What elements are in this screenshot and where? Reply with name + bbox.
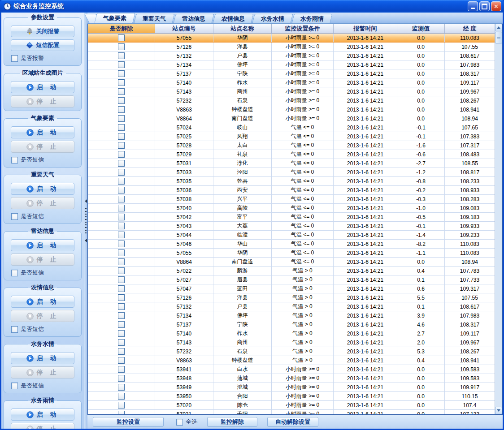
table-row[interactable]: V8863钟楼盘道气温 > 02013-1-6 14:210.4108.9413… <box>88 356 495 365</box>
release-checkbox[interactable] <box>118 375 125 382</box>
stop-button[interactable]: 停 止 <box>11 197 74 209</box>
table-row[interactable]: 57022麟游气温 > 02013-1-6 14:210.4107.78334.… <box>88 267 495 275</box>
release-checkbox[interactable] <box>118 43 125 50</box>
table-row[interactable]: 57025凤翔气温 <= 02013-1-6 14:21-0.1107.3833… <box>88 132 495 141</box>
release-checkbox[interactable] <box>118 339 125 346</box>
start-button[interactable]: 启 动 <box>11 239 74 251</box>
table-row[interactable]: 57038兴平气温 <= 02013-1-6 14:21-0.3108.2833… <box>88 195 495 204</box>
release-checkbox[interactable] <box>118 196 125 202</box>
start-button[interactable]: 启 动 <box>11 352 74 364</box>
release-checkbox[interactable] <box>118 249 125 256</box>
release-checkbox[interactable] <box>118 160 125 167</box>
tab-6[interactable]: 水务雨情 <box>291 14 332 23</box>
stop-button[interactable]: 停 止 <box>11 95 74 108</box>
table-row[interactable]: 57024岐山气温 <= 02013-1-6 14:21-0.1107.6534… <box>88 123 495 132</box>
release-checkbox[interactable] <box>118 384 125 391</box>
release-checkbox[interactable] <box>118 348 125 355</box>
table-row[interactable]: 57029礼泉气温 <= 02013-1-6 14:21-0.6108.4833… <box>88 150 495 159</box>
release-checkbox[interactable] <box>118 232 125 238</box>
release-checkbox[interactable] <box>118 133 125 140</box>
start-button[interactable]: 启 动 <box>11 126 74 138</box>
release-checkbox[interactable] <box>118 366 125 373</box>
table-row[interactable]: 57055华阴气温 <= 02013-1-6 14:21-1.1110.0833… <box>88 249 495 258</box>
tab-1[interactable]: 气象要素 <box>94 13 135 23</box>
tab-3[interactable]: 雷达信息 <box>173 14 214 23</box>
scrollbar-track[interactable] <box>495 43 502 407</box>
column-header-2[interactable]: 站点编号 <box>155 24 213 33</box>
scroll-down-button[interactable] <box>495 407 502 414</box>
table-row[interactable]: 57126洋县气温 > 02013-1-6 14:215.5107.5533.2… <box>88 293 495 302</box>
release-checkbox[interactable] <box>118 61 125 68</box>
table-row[interactable]: 57028太白气温 <= 02013-1-6 14:21-1.6107.3173… <box>88 141 495 150</box>
table-row[interactable]: 57232石泉气温 > 02013-1-6 14:215.3108.26733.… <box>88 347 495 356</box>
release-checkbox[interactable] <box>118 321 125 328</box>
column-header-1[interactable]: 是否解除 <box>88 24 155 33</box>
table-row[interactable]: V8863钟楼盘道小时雨量 >= 02013-1-6 14:210.0108.9… <box>88 105 495 114</box>
close-button[interactable]: ✕ <box>491 1 501 11</box>
column-header-4[interactable]: 监控设置条件 <box>272 24 334 33</box>
table-row[interactable]: 57232石泉小时雨量 >= 02013-1-6 14:210.0108.267… <box>88 96 495 105</box>
release-checkbox[interactable] <box>118 285 125 292</box>
sms-enable-checkbox[interactable] <box>11 383 18 389</box>
release-checkbox[interactable] <box>118 187 125 194</box>
release-checkbox[interactable] <box>118 151 125 158</box>
release-checkbox[interactable] <box>118 223 125 229</box>
release-checkbox[interactable] <box>118 169 125 176</box>
table-row[interactable]: 57042富平气温 <= 02013-1-6 14:21-0.5109.1833… <box>88 213 495 222</box>
sms-config-button[interactable]: 短信配置 <box>11 39 74 51</box>
table-row[interactable]: 57143商州小时雨量 >= 02013-1-6 14:210.0109.967… <box>88 87 495 96</box>
start-button[interactable]: 启 动 <box>11 296 74 308</box>
table-row[interactable]: 57134佛坪气温 > 02013-1-6 14:213.9107.98333.… <box>88 311 495 320</box>
release-checkbox[interactable] <box>118 294 125 301</box>
release-checkbox[interactable] <box>118 214 125 220</box>
table-row[interactable]: 57134佛坪小时雨量 >= 02013-1-6 14:210.0107.983… <box>88 60 495 69</box>
sms-enable-checkbox[interactable] <box>11 326 18 333</box>
stop-button[interactable]: 停 止 <box>11 310 74 322</box>
table-row[interactable]: V8864南门盘道气温 <= 02013-1-6 14:210.0108.943… <box>88 258 495 267</box>
select-all-checkbox[interactable] <box>176 419 183 426</box>
table-row[interactable]: 57035乾县气温 <= 02013-1-6 14:21-0.8108.2333… <box>88 177 495 186</box>
table-row[interactable]: 57137宁陕气温 > 02013-1-6 14:214.6108.31733.… <box>88 320 495 329</box>
minimize-button[interactable] <box>468 1 478 11</box>
table-row[interactable]: 57055华阴小时雨量 >= 02013-1-6 14:210.0110.083… <box>88 34 495 43</box>
start-button[interactable]: 启 动 <box>11 183 74 195</box>
close-alarm-button[interactable]: 关闭报警 <box>11 26 74 37</box>
release-checkbox[interactable] <box>118 267 125 274</box>
release-checkbox[interactable] <box>118 205 125 211</box>
release-checkbox[interactable] <box>118 303 125 310</box>
release-checkbox[interactable] <box>118 258 125 265</box>
release-checkbox[interactable] <box>118 115 125 122</box>
release-checkbox[interactable] <box>118 106 125 113</box>
tab-5[interactable]: 水务水情 <box>252 14 293 23</box>
alarm-enable-checkbox[interactable] <box>11 55 18 62</box>
table-row[interactable]: 57036西安气温 <= 02013-1-6 14:21-0.2108.9333… <box>88 186 495 195</box>
sms-enable-checkbox[interactable] <box>11 270 18 276</box>
column-header-3[interactable]: 站点名称 <box>213 24 272 33</box>
table-row[interactable]: 57132户县气温 > 02013-1-6 14:210.1108.61734.… <box>88 302 495 311</box>
table-row[interactable]: 57044临潼气温 <= 02013-1-6 14:21-1.4109.2333… <box>88 231 495 240</box>
monitor-set-button[interactable]: 监控设置 <box>93 417 164 427</box>
table-row[interactable]: 57132户县小时雨量 >= 02013-1-6 14:210.0108.617… <box>88 52 495 60</box>
table-row[interactable]: 57043大荔气温 <= 02013-1-6 14:21-0.1109.9333… <box>88 222 495 231</box>
table-row[interactable]: 57143商州气温 > 02013-1-6 14:212.0109.96733.… <box>88 338 495 347</box>
release-checkbox[interactable] <box>118 88 125 95</box>
tab-2[interactable]: 重要天气 <box>134 14 174 23</box>
table-row[interactable]: 57040高陵气温 <= 02013-1-6 14:21-1.0109.0833… <box>88 204 495 213</box>
release-checkbox[interactable] <box>118 402 125 408</box>
sms-enable-checkbox[interactable] <box>11 157 18 163</box>
table-row[interactable]: 57033泾阳气温 <= 02013-1-6 14:21-1.2108.8173… <box>88 168 495 177</box>
start-button[interactable]: 启 动 <box>11 408 74 421</box>
table-row[interactable]: 53950合阳小时雨量 >= 02013-1-6 14:210.0110.153… <box>88 392 495 401</box>
release-checkbox[interactable] <box>118 241 125 247</box>
table-row[interactable]: 53941白水小时雨量 >= 02013-1-6 14:210.0109.583… <box>88 365 495 374</box>
sms-enable-checkbox[interactable] <box>11 213 18 220</box>
release-checkbox[interactable] <box>118 411 125 414</box>
table-row[interactable]: 53949澄城小时雨量 >= 02013-1-6 14:210.0109.917… <box>88 383 495 392</box>
stop-button[interactable]: 停 止 <box>11 141 74 153</box>
vertical-scrollbar[interactable] <box>495 24 502 414</box>
table-row[interactable]: V8864南门盘道小时雨量 >= 02013-1-6 14:210.0108.9… <box>88 114 495 123</box>
monitor-release-button[interactable]: 监控解除 <box>207 417 257 427</box>
table-row[interactable]: 57126洋县小时雨量 >= 02013-1-6 14:210.0107.553… <box>88 43 495 52</box>
release-checkbox[interactable] <box>118 330 125 337</box>
release-checkbox[interactable] <box>118 52 125 59</box>
